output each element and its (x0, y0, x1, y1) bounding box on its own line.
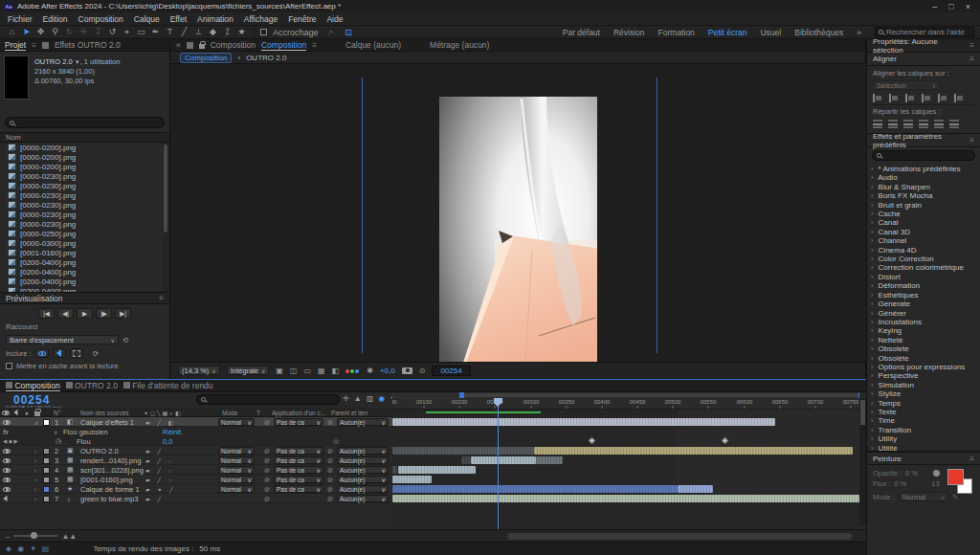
blend-mode-dropdown[interactable]: Normal∨ (218, 455, 255, 465)
lock-icon[interactable] (199, 44, 205, 49)
effects-search-field[interactable] (872, 150, 975, 161)
layer-switches[interactable]: ▰ ╱ ◌ (145, 475, 174, 484)
show-snapshot-icon[interactable]: ⊙ (419, 366, 426, 375)
layer-duration-bar[interactable] (534, 447, 853, 455)
tab-overflow-icon[interactable]: « (176, 40, 181, 50)
tool-icon[interactable]: ⌂ (6, 27, 18, 37)
layer-row[interactable]: › 7 ♪ green to blue.mp3 ▰ ╱ @ @ Aucun(e)… (0, 494, 392, 503)
frame-blending-icon[interactable]: ▥ (367, 394, 374, 403)
layer-name[interactable]: Calque de forme 1 (80, 484, 140, 494)
tool-icon[interactable]: ⌖ (121, 27, 133, 37)
label-color-swatch[interactable] (43, 419, 50, 426)
effects-category[interactable]: › Canal (871, 218, 980, 227)
layer-row[interactable]: › 5 ▦ [0001-0160].png ▰ ╱ ◌ Normal∨ @ Pa… (0, 475, 392, 484)
align-center-h-icon[interactable] (889, 94, 900, 102)
channel-icon[interactable] (345, 366, 360, 375)
timeline-scrollbar[interactable] (859, 398, 866, 525)
snapshot-camera-icon[interactable] (402, 367, 412, 374)
label-color-swatch[interactable] (43, 467, 50, 474)
timeline-graph-pane[interactable]: 0010000150002000025000300003500040000450… (392, 392, 859, 529)
close-button[interactable]: × (966, 2, 970, 11)
align-right-icon[interactable] (905, 94, 916, 102)
expand-arrow-icon[interactable]: ∨ (34, 417, 38, 427)
blend-mode-dropdown[interactable]: Normal∨ (218, 475, 255, 484)
property-name[interactable]: Flou (77, 436, 91, 446)
label-color-swatch[interactable] (43, 448, 50, 455)
effects-category[interactable]: › Transition (871, 426, 980, 434)
tool-icon[interactable]: ◆ (207, 27, 219, 37)
project-search-field[interactable] (5, 117, 165, 128)
reset-icon[interactable]: ⟲ (122, 336, 128, 344)
maximize-button[interactable]: □ (948, 2, 953, 11)
tool-icon[interactable]: ⁒ (221, 27, 234, 37)
effects-category[interactable]: › Generate (871, 300, 980, 308)
mask-visibility-icon[interactable]: ▭ (303, 366, 311, 375)
effects-category[interactable]: › Options pour expressions (871, 363, 980, 371)
timeline-zoom-slider[interactable] (13, 535, 57, 537)
file-item[interactable]: [0000-0300].png (0, 238, 169, 248)
label-color-swatch[interactable] (43, 477, 50, 483)
track-matte-dropdown[interactable]: Pas de ca∨ (274, 484, 323, 494)
workspace-tab[interactable]: Par défaut (563, 28, 600, 37)
project-list-header[interactable]: Nom (0, 132, 169, 143)
track-matte-dropdown[interactable]: Pas de ca∨ (274, 455, 323, 465)
layer-duration-bar[interactable] (392, 466, 397, 474)
tab-project[interactable]: Projet (5, 40, 26, 51)
file-item[interactable]: [0000-0230].png (0, 171, 169, 181)
tool-icon[interactable]: ⊥ (192, 27, 205, 37)
transport-button[interactable]: |◀ (38, 308, 55, 319)
effects-category[interactable]: › Perspective (871, 371, 980, 380)
layer-switches[interactable]: ▰ ╱ ◌ (145, 455, 174, 465)
layer-duration-bar[interactable] (536, 456, 563, 464)
draft-3d-icon[interactable]: ▲ (354, 394, 362, 403)
panel-menu-icon[interactable]: ≡ (969, 136, 974, 144)
effects-category[interactable]: › Incrustations (871, 318, 980, 326)
header-t[interactable]: T (256, 408, 260, 417)
pickwhip-icon[interactable]: @ (264, 465, 270, 475)
expand-arrow-icon[interactable]: › (34, 494, 36, 503)
file-item[interactable]: [0000-0230].png (0, 181, 169, 190)
menu-item[interactable]: Affichage (244, 14, 278, 24)
pickwhip-icon[interactable]: @ (264, 455, 270, 465)
tool-icon[interactable]: ↻ (63, 27, 76, 37)
header-source[interactable]: Nom des sources (80, 408, 129, 417)
align-top-icon[interactable] (922, 94, 932, 102)
comp-navigator-current[interactable]: Composition (180, 53, 232, 63)
tool-icon[interactable]: ↺ (106, 27, 119, 37)
tool-icon[interactable]: ↧ (92, 27, 104, 37)
expand-arrow-icon[interactable]: › (34, 455, 36, 465)
layer-switches[interactable]: ▰ ╱ (145, 446, 164, 455)
timeline-tab[interactable]: Composition (6, 381, 60, 391)
settings-gear-icon[interactable]: ✱ (367, 366, 373, 375)
motion-blur-icon[interactable]: ◉ (378, 394, 385, 403)
effects-category[interactable]: › Correction colorimétrique (871, 263, 980, 272)
effect-property-row[interactable]: ◀ ◆ ▶◷Flou0,0◎ (0, 436, 392, 446)
time-ruler[interactable]: 0010000150002000025000300003500040000450… (392, 398, 859, 410)
help-search-field[interactable]: Rechercher dans l'aide (875, 27, 974, 37)
project-scrollbar[interactable] (163, 143, 168, 294)
layer-switches[interactable]: ▰ ╱ (145, 494, 164, 503)
pickwhip-icon[interactable]: @ (264, 446, 270, 455)
exposure-value[interactable]: +0,0 (380, 366, 395, 375)
track-matte-dropdown[interactable]: Pas de ca∨ (274, 465, 323, 475)
track-matte-dropdown[interactable]: Pas de ca∨ (274, 417, 323, 427)
header-mode[interactable]: Mode (222, 408, 237, 417)
shortcut-dropdown[interactable]: Barre d'espacement∨ (6, 335, 119, 344)
effects-category[interactable]: › Keying (871, 326, 980, 335)
file-item[interactable]: [0000-0230].png (0, 210, 169, 219)
file-item[interactable]: [0200-0400].png (0, 277, 169, 286)
transport-button[interactable]: ▶ (77, 308, 93, 319)
fullscreen-icon[interactable]: ⊡ (343, 28, 355, 37)
workspace-tab[interactable]: Bibliothèques (794, 28, 843, 37)
transport-button[interactable]: ◀| (57, 308, 74, 319)
pickwhip-icon[interactable]: @ (327, 465, 333, 475)
align-bottom-icon[interactable] (954, 94, 965, 102)
guides-icon[interactable]: ▦ (318, 366, 325, 375)
effects-category[interactable]: › Générer (871, 309, 980, 318)
keyframe-diamond[interactable] (589, 437, 595, 444)
layer-row[interactable]: › 6 ★ Calque de forme 1 ▰ ✦ ╱ Normal∨ @ … (0, 484, 392, 494)
effects-category[interactable]: › Canal 3D (871, 228, 980, 236)
expand-arrow-icon[interactable]: › (34, 484, 36, 494)
workspace-overflow-icon[interactable]: » (857, 28, 861, 37)
tool-icon[interactable]: ▭ (135, 27, 147, 37)
